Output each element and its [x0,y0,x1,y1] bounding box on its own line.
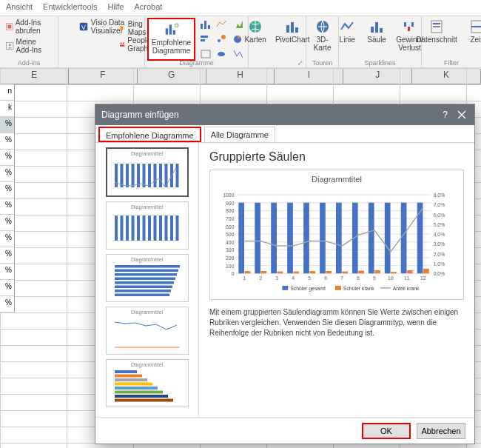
chart-thumb[interactable]: Diagrammtitel [106,307,189,355]
row-cell[interactable]: % [0,280,15,296]
svg-rect-52 [175,164,178,187]
svg-text:3,0%: 3,0% [434,241,445,247]
svg-text:400: 400 [226,240,235,245]
close-icon[interactable] [455,108,468,121]
svg-rect-62 [164,215,167,241]
svg-point-7 [123,42,124,44]
row-cell[interactable]: % [0,264,15,280]
svg-rect-123 [294,272,300,274]
svg-rect-81 [115,399,173,402]
svg-text:3: 3 [275,275,278,281]
row-cell[interactable]: n [0,84,15,101]
svg-text:4: 4 [292,275,295,281]
svg-rect-77 [115,383,152,386]
svg-rect-30 [380,28,383,33]
svg-rect-114 [245,271,251,273]
svg-text:200: 200 [226,255,235,261]
sparkline-column[interactable]: Säule [363,18,390,45]
svg-rect-119 [271,203,277,273]
my-addins-button[interactable]: Meine Add-Ins [4,37,53,55]
svg-rect-132 [342,272,348,274]
tab-recommended[interactable]: Empfohlene Diagramme [98,127,201,142]
svg-text:2,0%: 2,0% [434,252,445,257]
svg-point-20 [221,35,226,39]
row-cell[interactable]: % [0,215,15,231]
svg-text:V: V [81,24,86,31]
sparkline-line[interactable]: Linie [334,18,360,45]
svg-point-19 [218,39,221,42]
row-cell[interactable]: % [0,182,15,198]
clustered-column-chart: 010020030040050060070080090010000,0%1,0%… [213,187,460,298]
cancel-button[interactable]: Abbrechen [417,423,465,439]
svg-rect-72 [115,294,169,297]
chart-gallery[interactable] [198,18,246,61]
maps-button[interactable]: Karten [241,18,269,45]
svg-rect-74 [115,370,137,373]
row-cell[interactable]: % [0,198,15,215]
svg-rect-61 [159,215,162,241]
svg-rect-59 [148,215,151,241]
recommended-charts-button[interactable]: ? Empfohlene Diagramme [147,18,195,61]
group-sparklines: Sparklines [339,59,421,67]
tab-ansicht[interactable]: Ansicht [6,0,33,16]
svg-rect-76 [115,378,147,381]
svg-rect-140 [385,203,391,273]
tab-all-charts[interactable]: Alle Diagramme [204,127,275,142]
row-cell[interactable]: % [0,231,15,247]
timeline-button[interactable]: Zeit [463,18,481,45]
svg-text:Schüler gesamt: Schüler gesamt [290,286,326,292]
svg-text:0,0%: 0,0% [434,271,445,276]
svg-rect-29 [375,22,378,33]
chart-thumb[interactable]: Diagrammtitel [106,359,189,407]
slicer-button[interactable]: Datenschnitt [413,18,460,45]
tab-hilfe[interactable]: Hilfe [107,0,124,16]
svg-rect-48 [153,164,156,187]
help-icon[interactable]: ? [443,110,448,120]
row-cell[interactable]: % [0,166,15,182]
row-cell[interactable]: % [0,133,15,150]
chart-thumb[interactable]: Diagrammtitel [106,254,189,302]
svg-rect-113 [238,203,244,273]
svg-rect-70 [115,286,172,289]
svg-rect-24 [286,25,289,33]
svg-point-6 [121,42,122,44]
svg-rect-144 [407,270,413,273]
dialog-titlebar[interactable]: Diagramm einfügen ? [95,104,474,125]
menu-tabs: Ansicht Entwicklertools Hilfe Acrobat [0,0,481,16]
tab-entwicklertools[interactable]: Entwicklertools [43,0,97,16]
svg-rect-71 [115,290,171,292]
svg-rect-36 [433,26,440,27]
chart-thumb[interactable]: Diagrammtitel [106,201,189,250]
group-filter: Filter [422,59,481,67]
svg-rect-17 [201,36,208,38]
chart-icon: ? [164,22,179,37]
row-cell[interactable]: % [0,117,15,133]
charts-launcher[interactable]: ⤢ [297,59,303,67]
chart-thumb[interactable]: Diagrammtitel [106,147,189,197]
row-cell[interactable]: % [0,296,15,312]
svg-rect-35 [433,23,440,24]
tab-acrobat[interactable]: Acrobat [134,0,162,16]
svg-rect-25 [291,22,294,33]
dialog-tabs: Empfohlene Diagramme Alle Diagramme [95,125,474,143]
svg-text:100: 100 [226,264,235,269]
chart-preview-box[interactable]: Diagrammtitel 01002003004005006007008009… [209,170,464,300]
get-addins-button[interactable]: Add-Ins abrufen [4,18,53,36]
3d-map-button[interactable]: 3D- Karte [309,18,336,53]
svg-rect-131 [336,203,342,273]
svg-text:11: 11 [404,275,410,281]
svg-text:7: 7 [340,275,343,281]
svg-rect-1 [7,25,11,29]
row-cell[interactable]: % [0,150,15,166]
ok-button[interactable]: OK [362,423,411,439]
row-cell[interactable]: k [0,101,15,117]
svg-rect-58 [142,215,145,241]
svg-rect-129 [326,271,332,273]
svg-rect-32 [408,27,410,31]
row-cell[interactable]: % [0,247,15,264]
svg-rect-64 [175,215,178,241]
svg-text:9: 9 [373,275,376,281]
chart-thumbnails[interactable]: DiagrammtitelDiagrammtitelDiagrammtitelD… [95,143,199,417]
svg-rect-43 [126,164,129,187]
chart-description: Mit einem gruppierten Säulendiagramm kön… [209,307,464,338]
